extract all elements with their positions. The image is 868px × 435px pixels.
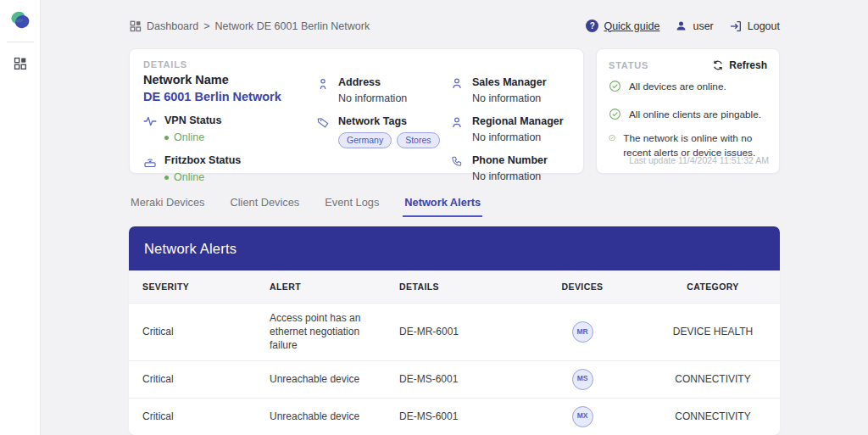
- breadcrumb-separator: >: [203, 20, 209, 32]
- dashboard-grid-icon: [129, 20, 142, 32]
- regional-manager-value: No information: [472, 131, 564, 143]
- column-header-category: CATEGORY: [646, 270, 780, 304]
- last-update-timestamp: Last update 11/4/2024 11:51:32 AM: [629, 155, 769, 165]
- phone-number-label: Phone Number: [472, 154, 548, 166]
- column-header-severity: SEVERITY: [129, 270, 256, 304]
- quick-guide-button[interactable]: ? Quick guide: [586, 20, 659, 32]
- breadcrumb-current: Network DE 6001 Berlin Network: [214, 20, 370, 32]
- cards-row: DETAILS Network Name DE 6001 Berlin Netw…: [129, 48, 780, 174]
- address-label: Address: [338, 76, 407, 88]
- fritzbox-status-value: Online: [164, 171, 241, 183]
- table-row[interactable]: Critical Unreachable device DE-MS-6001 M…: [129, 360, 780, 398]
- breadcrumb: Dashboard > Network DE 6001 Berlin Netwo…: [129, 20, 370, 32]
- device-badge[interactable]: MR: [572, 321, 593, 343]
- status-item: All devices are online.: [609, 80, 767, 94]
- address-field: Address No information: [317, 76, 451, 104]
- sales-manager-value: No information: [472, 92, 547, 104]
- fritzbox-status-field: Fritzbox Status Online: [143, 154, 317, 183]
- status-dot: [164, 176, 169, 180]
- device-badge[interactable]: MX: [572, 406, 593, 427]
- logout-icon: [729, 20, 743, 33]
- user-icon: [675, 20, 687, 32]
- user-menu[interactable]: user: [675, 20, 713, 32]
- table-row[interactable]: Critical Access point has an ethernet ne…: [129, 304, 780, 361]
- details-col-address: Address No information Network Ta: [317, 59, 451, 163]
- cell-category: DEVICE HEALTH: [646, 304, 780, 361]
- logout-button[interactable]: Logout: [729, 20, 780, 33]
- cell-category: CONNECTIVITY: [646, 398, 780, 435]
- check-circle-icon: [609, 108, 621, 120]
- tab-event-logs[interactable]: Event Logs: [323, 194, 381, 215]
- tab-client-devices[interactable]: Client Devices: [228, 194, 301, 215]
- details-col-network: DETAILS Network Name DE 6001 Berlin Netw…: [143, 59, 317, 163]
- quick-guide-label: Quick guide: [604, 20, 659, 32]
- status-items: All devices are online. All online clien…: [609, 80, 767, 160]
- phone-number-field: Phone Number No information: [451, 154, 570, 182]
- tab-network-alerts[interactable]: Network Alerts: [403, 194, 482, 217]
- refresh-button[interactable]: Refresh: [712, 59, 767, 71]
- cell-details: DE-MS-6001: [386, 398, 519, 435]
- status-item: All online clients are pingable.: [609, 108, 767, 122]
- sidebar-nav: [10, 42, 31, 73]
- main-content: Dashboard > Network DE 6001 Berlin Netwo…: [41, 0, 868, 435]
- user-label: user: [693, 20, 713, 32]
- tag-chip[interactable]: Stores: [397, 132, 439, 148]
- cell-details: DE-MR-6001: [386, 304, 519, 361]
- dashboard-grid-icon: [13, 56, 27, 70]
- person-icon: [451, 76, 465, 104]
- alerts-table: SEVERITY ALERT DETAILS DEVICES CATEGORY …: [129, 270, 780, 435]
- fritzbox-status-label: Fritzbox Status: [164, 154, 241, 166]
- network-tags-list: Germany Stores: [338, 132, 440, 148]
- table-row[interactable]: Critical Unreachable device DE-MS-6001 M…: [129, 398, 780, 435]
- network-tags-label: Network Tags: [338, 115, 440, 127]
- sales-manager-label: Sales Manager: [472, 76, 547, 88]
- alerts-panel-title: Network Alerts: [144, 241, 236, 257]
- details-card: DETAILS Network Name DE 6001 Berlin Netw…: [129, 48, 584, 174]
- vpn-status-value: Online: [164, 131, 221, 143]
- router-icon: [143, 154, 157, 183]
- cell-devices: MR: [519, 304, 646, 361]
- regional-manager-field: Regional Manager No information: [451, 115, 570, 143]
- cell-alert: Unreachable device: [256, 398, 386, 435]
- cell-severity: Critical: [129, 360, 256, 398]
- network-name-value: DE 6001 Berlin Network: [143, 90, 317, 103]
- breadcrumb-root[interactable]: Dashboard: [147, 20, 198, 32]
- sales-manager-field: Sales Manager No information: [451, 76, 570, 104]
- cell-severity: Critical: [129, 398, 256, 435]
- column-header-details: DETAILS: [386, 270, 519, 304]
- phone-number-value: No information: [472, 170, 548, 182]
- status-card: STATUS Refresh: [596, 48, 780, 174]
- pulse-icon: [143, 114, 157, 143]
- details-card-label: DETAILS: [143, 59, 317, 70]
- refresh-icon: [712, 59, 724, 71]
- tab-meraki-devices[interactable]: Meraki Devices: [129, 194, 206, 215]
- network-name-label: Network Name: [143, 73, 317, 86]
- cell-devices: MX: [519, 398, 646, 435]
- tag-chip[interactable]: Germany: [338, 132, 392, 148]
- app-root: Dashboard > Network DE 6001 Berlin Netwo…: [0, 0, 868, 435]
- device-badge[interactable]: MS: [572, 369, 593, 390]
- sidebar: [0, 0, 41, 435]
- question-icon: ?: [586, 20, 598, 32]
- column-header-devices: DEVICES: [519, 270, 646, 304]
- person-icon: [451, 115, 465, 143]
- column-header-alert: ALERT: [256, 270, 386, 304]
- vpn-status-field: VPN Status Online: [143, 114, 317, 143]
- check-circle-icon: [609, 131, 615, 144]
- cell-alert: Access point has an ethernet negotiation…: [256, 304, 386, 361]
- alerts-table-header-row: SEVERITY ALERT DETAILS DEVICES CATEGORY: [129, 270, 780, 304]
- sidebar-item-dashboard[interactable]: [10, 53, 31, 73]
- brand-logo-icon: [9, 9, 31, 31]
- vpn-status-label: VPN Status: [164, 114, 221, 126]
- topbar-actions: ? Quick guide user Logout: [586, 20, 780, 33]
- alerts-panel-header: Network Alerts: [129, 226, 780, 270]
- cell-details: DE-MS-6001: [386, 360, 519, 398]
- regional-manager-label: Regional Manager: [472, 115, 564, 127]
- cell-devices: MS: [519, 360, 646, 398]
- status-card-label: STATUS: [609, 60, 648, 70]
- location-pin-icon: [317, 76, 331, 104]
- tab-bar: Meraki Devices Client Devices Event Logs…: [129, 194, 780, 219]
- network-tags-field: Network Tags Germany Stores: [317, 115, 451, 148]
- check-circle-icon: [609, 80, 621, 92]
- logout-label: Logout: [748, 20, 780, 32]
